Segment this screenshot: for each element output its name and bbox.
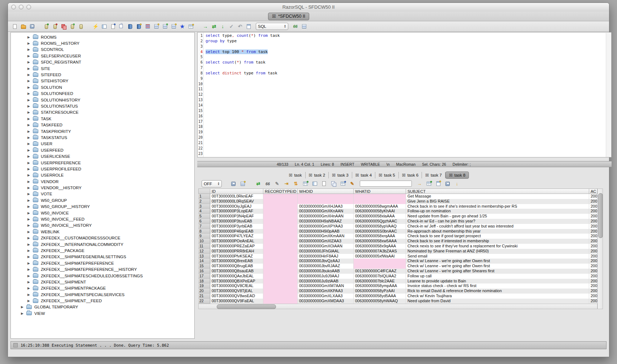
table-cell[interactable]: 00T3000000QV9FaEAL <box>210 299 263 304</box>
table-cell[interactable]: Need update from Bain - gave go ahead 1/… <box>406 214 589 219</box>
disclosure-triangle-icon[interactable]: ▶ <box>27 60 33 64</box>
table-cell[interactable]: 200 <box>589 199 597 204</box>
table-cell[interactable] <box>263 239 298 244</box>
table-cell[interactable]: 0033000000GmXPYAA3 <box>298 224 354 229</box>
notes-icon[interactable] <box>434 180 442 187</box>
row-limit-select[interactable]: OFF▲▼ <box>202 180 222 187</box>
table-cell[interactable] <box>263 229 298 234</box>
disclosure-triangle-icon[interactable]: ▶ <box>27 243 33 246</box>
tree-item-solution[interactable]: ▶SOLUTION <box>11 84 194 90</box>
disclosure-triangle-icon[interactable]: ▶ <box>27 293 33 296</box>
table-cell[interactable]: 200 <box>589 299 597 304</box>
table-cell[interactable]: 00T3000000PREZaEAP <box>210 244 263 249</box>
table-cell[interactable]: Invoice status check - check w/ RS first <box>406 283 589 289</box>
table-cell[interactable]: 006300000058xrqAAA <box>354 234 406 239</box>
table-row[interactable]: 400T3000000P3LopEAF0033000000GmXKnAAN006… <box>198 209 597 214</box>
table-cell[interactable]: 0033000000H9i0pAAB <box>298 229 354 234</box>
tree-item-scontrol[interactable]: ▶SCONTROL <box>11 47 194 53</box>
table-cell[interactable]: Check w/ Kevin Tsujihara <box>406 294 589 299</box>
disclosure-triangle-icon[interactable]: ▶ <box>27 161 33 165</box>
database-icon[interactable] <box>77 23 85 30</box>
zoom-window-icon[interactable] <box>26 5 31 9</box>
list-colored-icon[interactable] <box>144 23 151 30</box>
table-cell[interactable]: Check nexis to see if they've found a re… <box>406 244 589 249</box>
table-row[interactable]: 1500T3000000Q8rugEAB0033000000JbvRJAAZCh… <box>198 264 597 269</box>
table-cell[interactable]: 0033000000JbvQzAAJ <box>298 259 354 264</box>
db-add-icon[interactable] <box>69 23 76 30</box>
table-row[interactable]: 1300T3000000PfvKSEAZ0033000000HirF8AAJ00… <box>198 254 597 259</box>
document-tab[interactable]: ☒ *SFDCW50 II <box>268 13 309 20</box>
table-cell[interactable] <box>263 219 298 224</box>
db-connect-icon[interactable] <box>43 23 50 30</box>
table-cell[interactable]: Give Jenn a BIG RAISE <box>406 199 589 204</box>
close-tab-icon[interactable]: ☒ <box>402 173 406 177</box>
commit-check-icon[interactable]: ✓ <box>228 23 235 30</box>
disclosure-triangle-icon[interactable]: ▶ <box>27 117 33 121</box>
disclosure-triangle-icon[interactable]: ▶ <box>27 54 33 58</box>
disclosure-triangle-icon[interactable]: ▶ <box>27 199 33 202</box>
table-cell[interactable]: 0033000000GmXKnAAN <box>298 209 354 214</box>
table-cell[interactable] <box>354 264 406 269</box>
table-cell[interactable]: 00630000005QgzhAAC <box>354 219 406 224</box>
table-cell[interactable]: 00T3000000PfvKSEAZ <box>210 254 263 259</box>
table-row[interactable]: 900T3000000P47LYEAZ0033000000GmXKmAAN006… <box>198 234 597 239</box>
edit-lines-icon[interactable] <box>239 180 247 187</box>
disclosure-triangle-icon[interactable]: ▶ <box>27 286 33 290</box>
tree-item-userpreference[interactable]: ▶USERPREFERENCE <box>11 160 194 166</box>
table-cell[interactable]: 0033000000GmXHJAA3 <box>298 204 354 209</box>
book-edit-icon[interactable] <box>135 23 143 30</box>
results-list-icon[interactable] <box>300 23 308 30</box>
table-row[interactable]: 800T3000000P46qnEAB0033000000H9i0pAAB006… <box>198 229 597 234</box>
column-header-id[interactable]: ID <box>210 188 263 194</box>
export-table-icon[interactable] <box>425 180 433 187</box>
close-tab-icon[interactable]: ☒ <box>289 173 293 177</box>
disclosure-triangle-icon[interactable]: ▶ <box>27 73 33 77</box>
table-row[interactable]: 1600T3000000Q8sauEAB0033000000JbukoAAB00… <box>198 269 597 274</box>
tree-item-rooms[interactable]: ▶ROOMS <box>11 34 194 40</box>
tree-item-taskfeed[interactable]: ▶TASKFEED <box>11 122 194 128</box>
disclosure-triangle-icon[interactable]: ▶ <box>27 67 33 70</box>
columns-panel-icon[interactable] <box>311 180 319 187</box>
table-cell[interactable] <box>263 269 298 274</box>
table-cell[interactable]: 00T3000000Q8sauEAB <box>210 269 263 274</box>
disclosure-triangle-icon[interactable]: ▶ <box>21 305 26 309</box>
disclosure-triangle-icon[interactable]: ▶ <box>27 217 33 221</box>
table-cell[interactable]: 200 <box>589 204 597 209</box>
tree-item-selfserviceuser[interactable]: ▶SELFSERVICEUSER <box>11 53 194 59</box>
disclosure-triangle-icon[interactable]: ▶ <box>27 98 33 102</box>
tree-item-w50-group-history[interactable]: ▶W50_GROUP__HISTORY <box>11 204 194 210</box>
table-cell[interactable]: 200 <box>589 279 597 284</box>
table-cell[interactable]: Follow up call <box>406 274 589 279</box>
sql-mode-select[interactable]: SQL▲▼ <box>256 23 288 30</box>
table-cell[interactable] <box>263 244 298 249</box>
result-tab-task-8[interactable]: ☒task 8 <box>445 172 469 179</box>
disclosure-triangle-icon[interactable]: ▶ <box>27 142 33 146</box>
table-cell[interactable]: 200 <box>589 269 597 274</box>
table-cell[interactable]: Rick to email David & reference Delmonte… <box>406 289 589 294</box>
view-glasses-icon[interactable]: 66 <box>264 180 272 187</box>
disclosure-triangle-icon[interactable]: ▶ <box>27 35 33 39</box>
table-cell[interactable]: 00T3000000Q8rugEAB <box>210 264 263 269</box>
down-arrow-icon[interactable]: ↓ <box>219 23 226 30</box>
table-cell[interactable] <box>354 194 406 199</box>
table-cell[interactable]: 00T3000000P3N4pEAF <box>210 214 263 219</box>
insert-row-icon[interactable]: ⇥ <box>282 180 290 187</box>
table-cell[interactable]: 006300000058x9qAAA <box>354 244 406 249</box>
disclosure-triangle-icon[interactable]: ▶ <box>27 280 33 284</box>
table-cell[interactable]: Send email <box>406 254 589 259</box>
table-cell[interactable]: 200 <box>589 259 597 264</box>
table-row[interactable]: 1200T3000000PRR8rEAH0033000000JFhGlAAL00… <box>198 249 597 254</box>
disclosure-triangle-icon[interactable]: ▶ <box>27 79 33 83</box>
table-cell[interactable]: 200 <box>589 214 597 219</box>
close-tab-icon[interactable]: ☒ <box>309 173 312 177</box>
table-cell[interactable] <box>263 279 298 284</box>
table-cell[interactable]: 006300000058yPzAAI <box>354 289 406 294</box>
table-cell[interactable]: 0033000000GmXHnAAN <box>298 214 354 219</box>
disclosure-triangle-icon[interactable]: ▶ <box>27 136 33 139</box>
vertical-scroll-thumb[interactable] <box>598 193 603 238</box>
sql-code-area[interactable]: select type, count(*) from taskgroup by … <box>204 32 611 157</box>
lines-add-icon[interactable] <box>161 23 169 30</box>
table-cell[interactable]: Check-in w/ Ed - can he join this year? <box>406 219 589 224</box>
table-cell[interactable]: 200 <box>589 194 597 199</box>
table-cell[interactable]: Follow-up on nomination <box>406 209 589 214</box>
